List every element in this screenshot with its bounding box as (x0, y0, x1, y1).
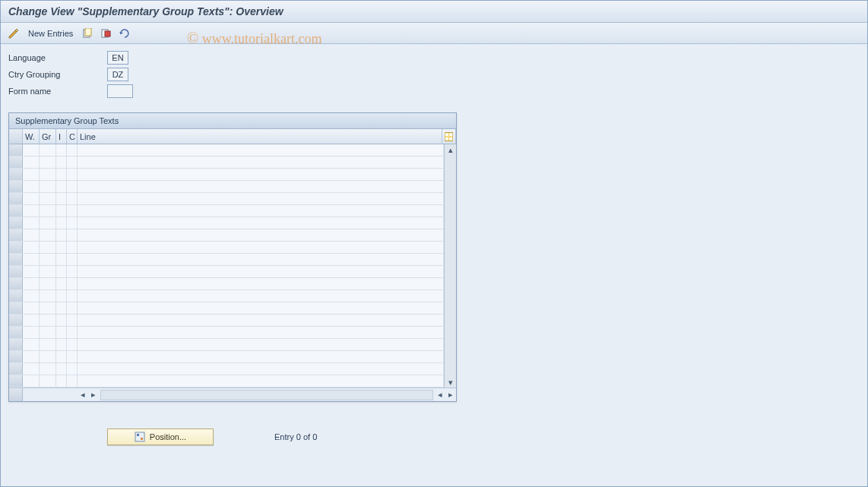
table-row[interactable] (9, 351, 444, 363)
table-title: Supplementary Group Texts (9, 113, 456, 129)
svg-rect-6 (449, 133, 452, 136)
language-field[interactable] (107, 51, 128, 65)
language-label: Language (8, 53, 107, 62)
table-row[interactable] (9, 157, 444, 169)
table-row[interactable] (9, 339, 444, 351)
svg-rect-10 (137, 434, 139, 436)
table-row[interactable] (9, 193, 444, 205)
toggle-display-change-icon[interactable] (7, 27, 21, 40)
table-row[interactable] (9, 327, 444, 339)
svg-rect-3 (105, 31, 110, 36)
ctry-grouping-label: Ctry Grouping (8, 70, 107, 79)
table-row[interactable] (9, 169, 444, 181)
copy-as-icon[interactable] (81, 27, 94, 40)
hscroll-left-start-icon[interactable]: ◂ (78, 390, 88, 400)
table-row[interactable] (9, 205, 444, 217)
toolbar: New Entries (1, 23, 867, 44)
table-row[interactable] (9, 278, 444, 290)
table-row[interactable] (9, 144, 444, 157)
column-selector[interactable] (9, 129, 23, 144)
table-row[interactable] (9, 266, 444, 278)
table-row[interactable] (9, 302, 444, 315)
horizontal-scroll-row: ◂ ▸ ◂ ▸ (9, 387, 456, 401)
undo-change-icon[interactable] (117, 27, 131, 40)
form-name-field[interactable] (107, 84, 133, 98)
column-c[interactable]: C (67, 129, 78, 144)
column-line[interactable]: Line (78, 129, 442, 144)
column-gr[interactable]: Gr (40, 129, 56, 144)
table-row[interactable] (9, 375, 444, 387)
table-row[interactable] (9, 315, 444, 327)
table-container: Supplementary Group Texts W. Gr I C Line… (8, 112, 457, 402)
table-header: W. Gr I C Line (9, 129, 456, 144)
svg-rect-11 (141, 438, 143, 440)
table-settings-icon[interactable] (442, 129, 456, 144)
position-button-label: Position... (150, 432, 186, 441)
table-row[interactable] (9, 229, 444, 242)
table-row[interactable] (9, 290, 444, 302)
position-button[interactable]: Position... (107, 428, 214, 445)
position-icon (135, 432, 145, 442)
form-name-label: Form name (8, 87, 107, 96)
svg-rect-8 (449, 137, 452, 140)
new-entries-button[interactable]: New Entries (25, 27, 76, 40)
entry-status: Entry 0 of 0 (274, 432, 317, 441)
vertical-scrollbar[interactable]: ▴ ▾ (444, 144, 456, 387)
horizontal-scrollbar[interactable] (100, 390, 433, 400)
table-row[interactable] (9, 242, 444, 254)
content-area: Language Ctry Grouping Form name Supplem… (1, 44, 867, 451)
svg-rect-1 (85, 28, 91, 36)
scroll-up-icon[interactable]: ▴ (445, 144, 456, 155)
scroll-down-icon[interactable]: ▾ (445, 377, 456, 387)
column-i[interactable]: I (56, 129, 67, 144)
ctry-grouping-field[interactable] (107, 68, 128, 81)
hscroll-right-end-icon[interactable]: ▸ (445, 390, 456, 400)
hscroll-right-icon[interactable]: ◂ (435, 390, 445, 400)
svg-rect-7 (445, 137, 448, 140)
table-row[interactable] (9, 181, 444, 193)
table-body: ▴ ▾ (9, 144, 456, 387)
hscroll-left-icon[interactable]: ▸ (88, 390, 99, 400)
table-row[interactable] (9, 254, 444, 266)
table-row[interactable] (9, 363, 444, 375)
column-w[interactable]: W. (23, 129, 40, 144)
page-title: Change View "Supplementary Group Texts":… (1, 1, 867, 23)
svg-rect-5 (445, 133, 448, 136)
delete-icon[interactable] (99, 27, 112, 40)
svg-rect-9 (135, 432, 144, 441)
table-row[interactable] (9, 217, 444, 229)
